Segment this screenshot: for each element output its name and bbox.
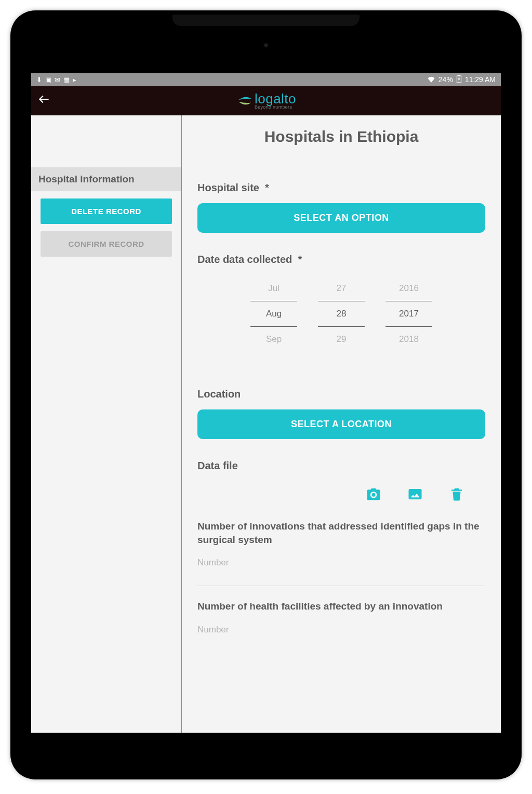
month-prev[interactable]: Jul (250, 276, 297, 301)
camera-icon[interactable] (366, 486, 381, 502)
month-selected[interactable]: Aug (250, 301, 297, 327)
month-column[interactable]: Jul Aug Sep (250, 276, 297, 352)
facilities-input[interactable] (197, 623, 485, 637)
year-prev[interactable]: 2016 (385, 276, 432, 301)
delete-record-button[interactable]: DELETE RECORD (41, 198, 172, 224)
app-header: logalto Beyond numbers (31, 86, 501, 115)
battery-icon (456, 75, 462, 85)
day-prev[interactable]: 27 (318, 276, 365, 301)
content-area: Hospital information DELETE RECORD CONFI… (31, 115, 501, 733)
select-location-button[interactable]: SELECT A LOCATION (197, 409, 485, 439)
location-label: Location (197, 388, 485, 400)
tablet-camera (263, 43, 269, 48)
image-icon[interactable] (407, 486, 423, 502)
select-option-button[interactable]: SELECT AN OPTION (197, 203, 485, 233)
app-icon: ▦ (63, 76, 70, 84)
trash-icon[interactable] (449, 486, 464, 502)
hospital-site-label-text: Hospital site (197, 182, 259, 193)
data-file-label: Data file (197, 460, 485, 472)
question-facilities-label: Number of health facilities affected by … (197, 600, 485, 613)
year-selected[interactable]: 2017 (385, 301, 432, 327)
back-button[interactable] (37, 92, 58, 110)
svg-rect-1 (458, 75, 460, 76)
main-panel: Hospitals in Ethiopia Hospital site * SE… (182, 115, 501, 733)
status-bar: ⬇ ▣ ✉ ▦ ▸ 24% 11:29 AM (31, 73, 501, 86)
tablet-frame: ⬇ ▣ ✉ ▦ ▸ 24% 11:29 AM (10, 10, 522, 779)
day-column[interactable]: 27 28 29 (318, 276, 365, 352)
logo-tagline: Beyond numbers (255, 104, 296, 110)
download-icon: ⬇ (36, 76, 42, 84)
mail-icon: ✉ (55, 76, 60, 84)
screenshot-icon: ▣ (45, 76, 51, 84)
day-selected[interactable]: 28 (318, 301, 365, 327)
screen: ⬇ ▣ ✉ ▦ ▸ 24% 11:29 AM (31, 73, 501, 733)
year-column[interactable]: 2016 2017 2018 (385, 276, 432, 352)
divider (197, 586, 485, 586)
tablet-notch (172, 15, 360, 26)
app-logo: logalto Beyond numbers (236, 92, 296, 110)
month-next[interactable]: Sep (250, 327, 297, 352)
clock-time: 11:29 AM (465, 75, 496, 84)
status-left-icons: ⬇ ▣ ✉ ▦ ▸ (36, 76, 76, 84)
wifi-icon (427, 75, 435, 84)
year-next[interactable]: 2018 (385, 327, 432, 352)
logo-icon (236, 92, 254, 110)
confirm-record-button[interactable]: CONFIRM RECORD (41, 231, 172, 257)
sidebar: Hospital information DELETE RECORD CONFI… (31, 115, 182, 733)
question-innovations-label: Number of innovations that addressed ide… (197, 520, 485, 546)
day-next[interactable]: 29 (318, 327, 365, 352)
page-title: Hospitals in Ethiopia (197, 128, 485, 145)
required-asterisk: * (265, 182, 269, 193)
data-file-actions (197, 481, 485, 520)
play-icon: ▸ (73, 76, 76, 84)
logo-name: logalto (255, 92, 296, 105)
date-picker[interactable]: Jul Aug Sep 27 28 29 2016 2017 2018 (197, 276, 485, 352)
innovations-input[interactable] (197, 555, 485, 570)
battery-percent: 24% (438, 75, 453, 84)
sidebar-section-title: Hospital information (31, 167, 181, 191)
date-collected-label-text: Date data collected (197, 254, 292, 265)
required-asterisk: * (298, 254, 302, 265)
date-collected-label: Date data collected * (197, 254, 485, 266)
logo-text-wrap: logalto Beyond numbers (254, 92, 296, 110)
status-right: 24% 11:29 AM (427, 75, 496, 85)
hospital-site-label: Hospital site * (197, 182, 485, 194)
